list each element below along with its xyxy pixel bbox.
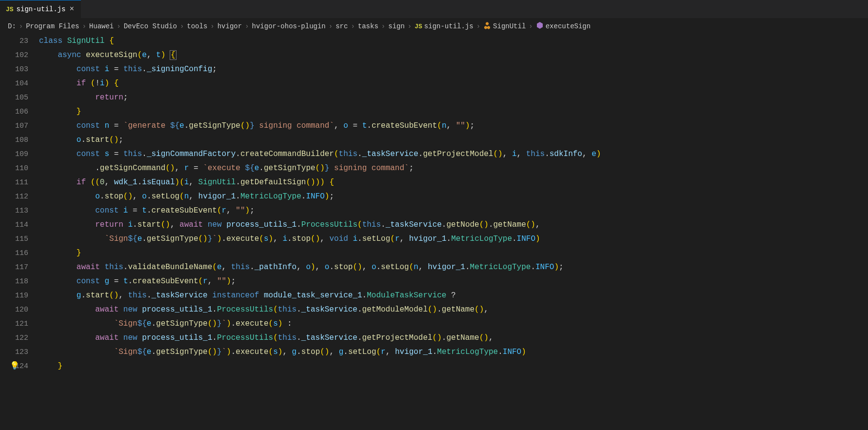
code-line[interactable]: o.start();: [39, 133, 868, 147]
js-file-icon: JS: [6, 6, 14, 13]
breadcrumb-segment[interactable]: tasks: [358, 22, 378, 30]
code-line[interactable]: if ((0, wdk_1.isEqual)(i, SignUtil.getDe…: [39, 176, 868, 190]
code-line[interactable]: const s = this._signCommandFactory.creat…: [39, 147, 868, 161]
code-line[interactable]: return;: [39, 91, 868, 105]
code-line[interactable]: `Sign${e.getSignType()}`).execute(s) :: [39, 317, 868, 331]
line-number: 105: [0, 91, 28, 105]
line-number: 111: [0, 176, 28, 190]
line-number: 107: [0, 119, 28, 133]
chevron-right-icon: ›: [407, 22, 413, 30]
breadcrumb-segment[interactable]: tools: [187, 22, 207, 30]
line-number: 116: [0, 246, 28, 260]
chevron-right-icon: ›: [528, 22, 533, 30]
code-line[interactable]: class SignUtil {: [39, 34, 868, 48]
line-number: 109: [0, 147, 28, 161]
code-line[interactable]: return i.start(), await new process_util…: [39, 218, 868, 232]
symbol-method-icon: [536, 21, 544, 31]
breadcrumb-file[interactable]: sign-util.js: [424, 22, 473, 30]
line-number-gutter: 23 102 103 104 105 106 107 108 109 110 1…: [0, 34, 39, 373]
code-line[interactable]: g.start(), this._taskService instanceof …: [39, 289, 868, 303]
code-line[interactable]: 💡 }: [39, 359, 868, 373]
code-line[interactable]: const n = `generate ${e.getSignType()} s…: [39, 119, 868, 133]
chevron-right-icon: ›: [209, 22, 215, 30]
code-editor[interactable]: 23 102 103 104 105 106 107 108 109 110 1…: [0, 34, 868, 373]
code-line[interactable]: const g = t.createSubEvent(r, "");: [39, 274, 868, 289]
breadcrumb-segment[interactable]: Huawei: [89, 22, 114, 30]
chevron-right-icon: ›: [380, 22, 386, 30]
line-number: 122: [0, 331, 28, 345]
code-line[interactable]: const i = this._signingConfig;: [39, 62, 868, 77]
code-line[interactable]: `Sign${e.getSignType()}`).execute(s), g.…: [39, 345, 868, 359]
chevron-right-icon: ›: [244, 22, 250, 30]
chevron-right-icon: ›: [179, 22, 185, 30]
breadcrumb-segment[interactable]: hvigor: [217, 22, 242, 30]
code-line[interactable]: await new process_utils_1.ProcessUtils(t…: [39, 331, 868, 345]
line-number: 112: [0, 190, 28, 204]
line-number: 117: [0, 260, 28, 274]
symbol-class-icon: [483, 21, 491, 31]
code-line[interactable]: await this.validateBundleName(e, this._p…: [39, 260, 868, 274]
editor-tab[interactable]: JS sign-util.js ×: [0, 0, 81, 18]
line-number: 104: [0, 77, 28, 91]
code-line[interactable]: await new process_utils_1.ProcessUtils(t…: [39, 303, 868, 317]
line-number: 23: [0, 34, 28, 48]
breadcrumb-symbol-method[interactable]: executeSign: [546, 22, 591, 30]
tab-bar: JS sign-util.js ×: [0, 0, 868, 19]
chevron-right-icon: ›: [328, 22, 334, 30]
code-area[interactable]: class SignUtil { async executeSign(e, t)…: [39, 34, 868, 373]
chevron-right-icon: ›: [350, 22, 355, 30]
line-number: 103: [0, 62, 28, 77]
line-number: 121: [0, 317, 28, 331]
chevron-right-icon: ›: [81, 22, 87, 30]
breadcrumb-segment[interactable]: D:: [8, 22, 16, 30]
code-line[interactable]: }: [39, 246, 868, 260]
code-line[interactable]: .getSignCommand(), r = `execute ${e.getS…: [39, 161, 868, 176]
tab-filename: sign-util.js: [17, 5, 66, 13]
line-number: 108: [0, 133, 28, 147]
line-number: 115: [0, 232, 28, 246]
line-number: 123: [0, 345, 28, 359]
code-line[interactable]: }: [39, 105, 868, 119]
breadcrumb-segment[interactable]: hvigor-ohos-plugin: [252, 22, 326, 30]
line-number: 113: [0, 204, 28, 218]
line-number: 114: [0, 218, 28, 232]
line-number: 110: [0, 161, 28, 176]
js-file-icon: JS: [414, 23, 422, 30]
chevron-right-icon: ›: [116, 22, 121, 30]
code-line[interactable]: `Sign${e.getSignType()}`).execute(s), i.…: [39, 232, 868, 246]
tab-close-button[interactable]: ×: [68, 5, 75, 14]
breadcrumb-segment[interactable]: Program Files: [26, 22, 79, 30]
line-number: 102: [0, 48, 28, 62]
breadcrumb-segment[interactable]: src: [335, 22, 348, 30]
code-line[interactable]: async executeSign(e, t) {: [39, 48, 868, 62]
line-number: 120: [0, 303, 28, 317]
chevron-right-icon: ›: [475, 22, 481, 30]
code-line[interactable]: o.stop(), o.setLog(n, hvigor_1.MetricLog…: [39, 190, 868, 204]
lightbulb-icon[interactable]: 💡: [10, 359, 20, 373]
code-line[interactable]: if (!i) {: [39, 77, 868, 91]
line-number: 118: [0, 274, 28, 289]
line-number: 119: [0, 289, 28, 303]
breadcrumb[interactable]: D:› Program Files› Huawei› DevEco Studio…: [0, 19, 868, 34]
breadcrumb-symbol-class[interactable]: SignUtil: [493, 22, 526, 30]
code-line[interactable]: const i = t.createSubEvent(r, "");: [39, 204, 868, 218]
breadcrumb-segment[interactable]: sign: [388, 22, 405, 30]
chevron-right-icon: ›: [18, 22, 24, 30]
line-number: 106: [0, 105, 28, 119]
breadcrumb-segment[interactable]: DevEco Studio: [124, 22, 177, 30]
